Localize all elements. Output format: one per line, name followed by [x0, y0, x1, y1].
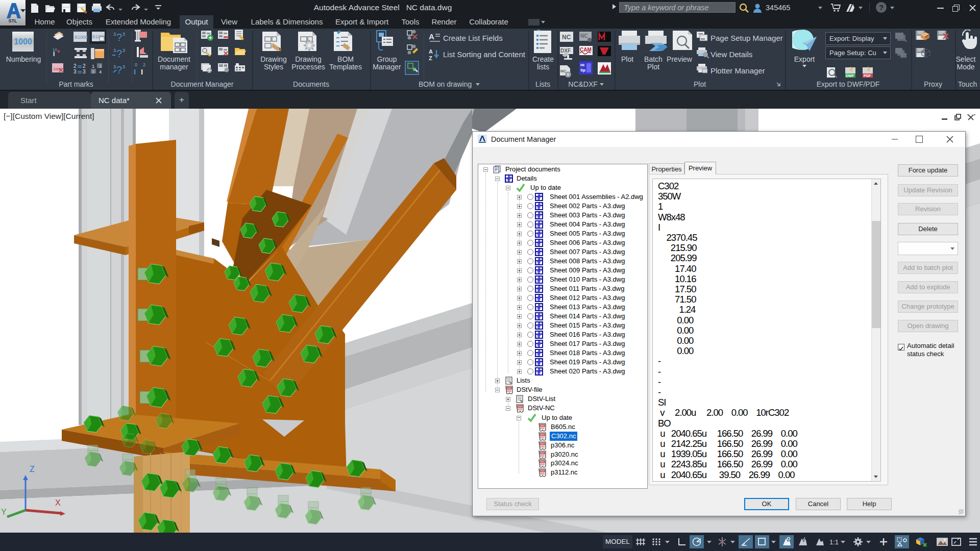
svg-text:Sp: Sp [580, 68, 585, 72]
svg-text:DOC: DOC [541, 424, 546, 427]
svg-text:*: * [57, 48, 60, 57]
svg-text:3: 3 [113, 32, 116, 37]
svg-text:?: ? [116, 64, 122, 76]
svg-text:Z: Z [429, 55, 432, 61]
svg-text:?: ? [116, 48, 122, 59]
svg-text:3: 3 [74, 69, 77, 74]
svg-text:B1000: B1000 [75, 35, 88, 40]
svg-text:3: 3 [113, 64, 116, 69]
svg-text:DOC: DOC [518, 406, 524, 408]
svg-text:NC: NC [560, 69, 567, 73]
svg-text:STL: STL [9, 18, 18, 23]
svg-text:DOC: DOC [541, 434, 546, 436]
svg-text:I: I [141, 67, 143, 76]
svg-text:DOC: DOC [541, 452, 546, 454]
svg-text:?: ? [116, 32, 122, 43]
svg-text:2: 2 [74, 63, 77, 69]
svg-text:2: 2 [83, 63, 86, 69]
svg-text:3: 3 [122, 32, 125, 37]
svg-text:Z: Z [30, 465, 35, 473]
svg-text:Hi: Hi [580, 63, 584, 67]
svg-text:DOC: DOC [541, 461, 546, 463]
svg-text:1: 1 [92, 64, 94, 69]
svg-text:3: 3 [122, 48, 125, 53]
svg-text:3: 3 [113, 48, 116, 53]
svg-text:3: 3 [122, 64, 125, 69]
svg-text:X: X [55, 498, 61, 507]
svg-text:1:1: 1:1 [829, 538, 839, 546]
svg-text:0: 0 [135, 62, 137, 67]
svg-text:DOC: DOC [507, 387, 513, 390]
svg-text:DOC: DOC [541, 442, 546, 445]
svg-text:Y: Y [1, 508, 7, 516]
svg-text:I: I [134, 67, 136, 76]
svg-text:DWF: DWF [846, 74, 854, 78]
svg-text:A: A [429, 32, 434, 41]
svg-text:2: 2 [143, 62, 145, 67]
svg-text:I: I [53, 51, 55, 58]
svg-text:PDF: PDF [864, 74, 871, 78]
svg-text:DXF: DXF [560, 48, 571, 54]
svg-text:4: 4 [99, 69, 102, 74]
svg-text:A: A [429, 48, 433, 55]
svg-text:NC: NC [580, 33, 587, 39]
svg-text:3: 3 [83, 69, 86, 74]
svg-text:DOC: DOC [541, 470, 546, 472]
svg-text:NC: NC [562, 34, 571, 41]
